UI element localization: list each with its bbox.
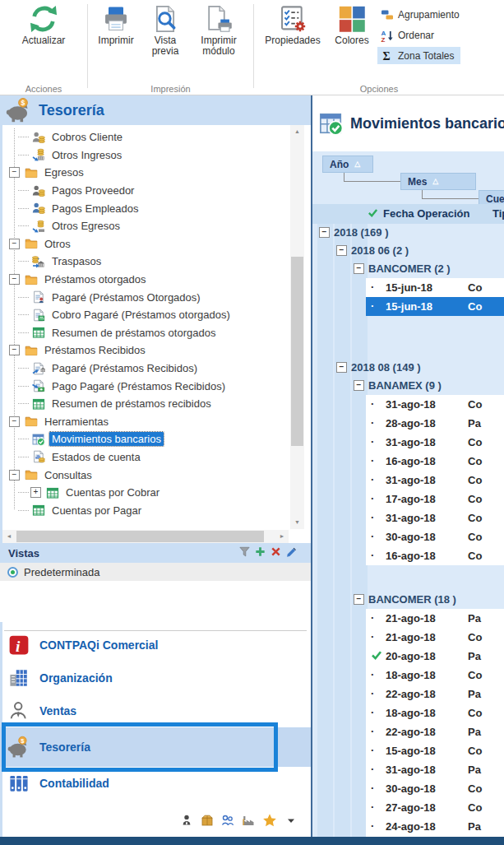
grid-group-row-2018-08-149[interactable]: −2018 08 (149 ) xyxy=(312,359,504,377)
group-box-anio[interactable]: Año△ xyxy=(322,156,373,173)
agrupamiento-toggle[interactable]: Agrupamiento xyxy=(377,6,465,23)
grid-group-row-2018-169[interactable]: −2018 (169 ) xyxy=(312,224,504,242)
grid-data-row[interactable]: ·16-ago-18Co xyxy=(366,452,504,471)
collapse-box[interactable]: − xyxy=(354,380,364,391)
grid-data-row[interactable]: ·18-ago-18Co xyxy=(366,666,504,685)
grid-data-row[interactable]: ·27-ago-18Co xyxy=(366,798,504,817)
actualizar-button[interactable]: Actualizar xyxy=(11,2,76,46)
collapse-box[interactable]: − xyxy=(9,167,20,178)
expand-box[interactable]: + xyxy=(30,487,41,498)
grid-data-row[interactable]: ·16-ago-18Co xyxy=(366,546,504,565)
grid-data-row[interactable]: ·30-ago-18Co xyxy=(366,527,504,546)
sidebar-item-cobros-cliente[interactable]: Cobros Cliente xyxy=(2,128,288,146)
grid-data-row[interactable]: ·28-ago-18Pa xyxy=(366,414,504,433)
grid-data-row[interactable]: ·31-ago-18Co xyxy=(366,508,504,527)
sidebar-item-herramientas[interactable]: −Herramientas xyxy=(2,413,288,431)
collapse-box[interactable]: − xyxy=(336,245,347,256)
factory-icon[interactable] xyxy=(242,814,255,827)
grid-data-row[interactable]: ·22-ago-18Pa xyxy=(366,722,504,741)
tree-horizontal-scrollbar[interactable]: ◄ ► xyxy=(2,530,289,543)
collapse-box[interactable]: − xyxy=(354,263,364,274)
sidebar-item-resumen-de-prestamos-recibidos[interactable]: Resumen de préstamos recibidos xyxy=(2,395,288,413)
propiedades-button[interactable]: Propiedades xyxy=(257,2,328,46)
nav-item-contpaqi-comercial[interactable]: iCONTPAQi Comercial xyxy=(0,629,311,662)
filter-icon[interactable] xyxy=(238,546,251,558)
sidebar-item-resumen-de-prestamos-otorgados[interactable]: Resumen de préstamos otorgados xyxy=(2,324,288,342)
sidebar-item-egresos[interactable]: −Egresos xyxy=(2,164,288,182)
sidebar-item-otros[interactable]: −Otros xyxy=(2,235,288,253)
grid-data-row[interactable]: ·31-ago-18Co xyxy=(366,433,504,452)
package-icon[interactable] xyxy=(201,814,214,827)
collapse-box[interactable]: − xyxy=(9,470,20,481)
scroll-left-arrow[interactable]: ◄ xyxy=(2,530,16,543)
collapse-box[interactable]: − xyxy=(9,274,20,285)
nav-item-organizacion[interactable]: Organización xyxy=(0,662,311,694)
grid-data-row[interactable]: ·24-ago-18Pa xyxy=(366,817,504,836)
sidebar-item-pagare-prestamos-otorgados[interactable]: Pagaré (Préstamos Otorgados) xyxy=(2,288,288,306)
grid-group-row-2018-06-2[interactable]: −2018 06 (2 ) xyxy=(312,242,504,260)
column-fecha-operacion[interactable]: Fecha Operación xyxy=(383,207,469,220)
grid-group-row-banamex-9[interactable]: −BANAMEX (9 ) xyxy=(312,377,504,395)
scrollbar-thumb[interactable] xyxy=(16,531,264,542)
grid-data-row[interactable]: ·15-jun-18Co xyxy=(366,297,504,316)
grid-data-row[interactable]: ·18-ago-18Co xyxy=(366,703,504,722)
vista-item-predeterminada[interactable]: Predeterminada xyxy=(0,563,311,581)
column-tipo[interactable]: Tipo xyxy=(492,207,504,220)
sidebar-item-pagare-prestamos-recibidos[interactable]: Pagaré (Préstamos Recibidos) xyxy=(2,360,288,378)
collapse-box[interactable]: − xyxy=(336,362,347,373)
imprimir-button[interactable]: Imprimir xyxy=(90,2,141,46)
imprimir-modulo-button[interactable]: Imprimir módulo xyxy=(189,2,248,57)
grid-data-row[interactable]: ·21-ago-18Pa xyxy=(366,609,504,628)
edit-icon[interactable] xyxy=(285,546,298,558)
dropdown-caret-icon[interactable] xyxy=(284,814,298,827)
grid-data-row[interactable]: ·17-ago-18Co xyxy=(366,490,504,508)
sidebar-item-pago-pagare-prestamos-recibidos[interactable]: Pago Pagaré (Préstamos Recibidos) xyxy=(2,377,288,395)
delete-icon[interactable] xyxy=(270,546,282,558)
zona-totales-toggle[interactable]: Σ Zona Totales xyxy=(377,47,460,64)
group-box-mes[interactable]: Mes△ xyxy=(400,173,476,190)
nav-item-tesoreria[interactable]: $Tesorería xyxy=(0,727,311,767)
colores-button[interactable]: Colores xyxy=(330,2,374,46)
grid-data-row[interactable]: ·31-ago-18Co xyxy=(366,395,504,414)
collapse-box[interactable]: − xyxy=(354,594,364,605)
grid-data-row[interactable]: ·21-ago-18Co xyxy=(366,628,504,647)
grid-data-row[interactable]: ·15-ago-18Co xyxy=(366,741,504,760)
sidebar-item-cuentas-por-pagar[interactable]: Cuentas por Pagar xyxy=(2,501,288,519)
collapse-box[interactable]: − xyxy=(9,345,20,355)
grid-data-row[interactable]: ·22-ago-18Pa xyxy=(366,685,504,703)
sidebar-item-estados-de-cuenta[interactable]: Estados de cuenta xyxy=(2,448,288,467)
clients-icon[interactable] xyxy=(221,814,234,827)
sidebar-item-prestamos-otorgados[interactable]: −Préstamos otorgados xyxy=(2,271,288,289)
sidebar-item-cobro-pagare-prestamos-otorgados[interactable]: Cobro Pagaré (Préstamos otorgados) xyxy=(2,306,288,324)
add-icon[interactable] xyxy=(254,546,266,558)
favorites-star-icon[interactable] xyxy=(262,813,277,828)
sidebar-item-otros-egresos[interactable]: Otros Egresos xyxy=(2,217,288,235)
collapse-box[interactable]: − xyxy=(9,239,20,249)
tree-vertical-scrollbar[interactable]: ▲ ▼ xyxy=(290,125,304,529)
vista-previa-button[interactable]: Vista previa xyxy=(141,2,189,57)
nav-item-ventas[interactable]: Ventas xyxy=(0,694,311,727)
grid-data-row[interactable]: ·31-ago-18Co xyxy=(366,471,504,490)
sidebar-item-pagos-proveedor[interactable]: Pagos Proveedor xyxy=(2,182,288,200)
sidebar-item-pagos-empleados[interactable]: Pagos Empleados xyxy=(2,199,288,217)
grid-data-row[interactable]: ·30-ago-18Co xyxy=(366,779,504,798)
grid-group-row-bancomer-2[interactable]: −BANCOMER (2 ) xyxy=(312,260,504,278)
grid-column-header[interactable]: Fecha Operación Tipo xyxy=(312,204,504,224)
grid-data-row[interactable]: 20-ago-18Pa xyxy=(366,647,504,666)
grid-group-row-bancomer-18[interactable]: −BANCOMER (18 ) xyxy=(312,591,504,609)
user-icon[interactable] xyxy=(180,814,193,827)
sidebar-item-prestamos-recibidos[interactable]: −Préstamos Recibidos xyxy=(2,341,288,360)
scrollbar-thumb[interactable] xyxy=(291,257,303,446)
collapse-box[interactable]: − xyxy=(9,416,20,427)
sidebar-item-traspasos[interactable]: Traspasos xyxy=(2,253,288,271)
grid-data-row[interactable]: ·15-jun-18Co xyxy=(366,278,504,297)
scroll-down-arrow[interactable]: ▼ xyxy=(290,516,304,529)
sidebar-item-otros-ingresos[interactable]: Otros Ingresos xyxy=(2,146,288,165)
scroll-right-arrow[interactable]: ► xyxy=(275,530,289,543)
sidebar-item-consultas[interactable]: −Consultas xyxy=(2,466,288,484)
nav-item-contabilidad[interactable]: Contabilidad xyxy=(0,767,311,800)
ordenar-toggle[interactable]: AZ Ordenar xyxy=(377,26,440,44)
sidebar-item-movimientos-bancarios[interactable]: Movimientos bancarios xyxy=(2,430,288,448)
grid-data-row[interactable]: ·31-ago-18Pa xyxy=(366,760,504,779)
sidebar-item-cuentas-por-cobrar[interactable]: +Cuentas por Cobrar xyxy=(2,484,288,502)
